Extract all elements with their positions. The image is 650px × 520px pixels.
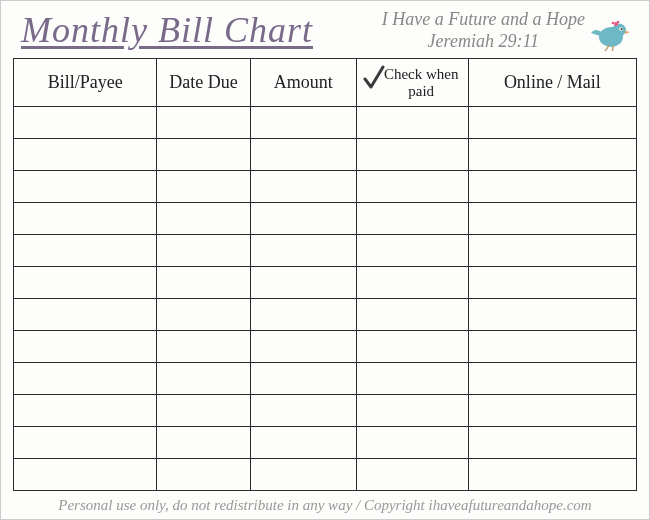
table-cell[interactable]: [468, 267, 636, 299]
table-cell[interactable]: [14, 107, 157, 139]
table-cell[interactable]: [250, 107, 356, 139]
table-row: [14, 235, 637, 267]
table-cell[interactable]: [157, 235, 250, 267]
table-row: [14, 363, 637, 395]
header: Monthly Bill Chart I Have a Future and a…: [13, 9, 637, 52]
table-cell[interactable]: [356, 203, 468, 235]
table-row: [14, 171, 637, 203]
svg-point-5: [612, 22, 615, 25]
table-cell[interactable]: [356, 299, 468, 331]
table-cell[interactable]: [356, 331, 468, 363]
table-cell[interactable]: [356, 395, 468, 427]
bill-table: Bill/Payee Date Due Amount Check when pa…: [13, 58, 637, 491]
table-row: [14, 427, 637, 459]
table-cell[interactable]: [250, 203, 356, 235]
table-row: [14, 459, 637, 491]
table-body: [14, 107, 637, 491]
col-amount: Amount: [250, 59, 356, 107]
table-cell[interactable]: [14, 299, 157, 331]
table-cell[interactable]: [356, 267, 468, 299]
scripture-text: I Have a Future and a Hope Jeremiah 29:1…: [382, 9, 585, 52]
footer-text: Personal use only, do not redistribute i…: [13, 497, 637, 514]
table-cell[interactable]: [14, 267, 157, 299]
table-row: [14, 107, 637, 139]
col-bill-payee: Bill/Payee: [14, 59, 157, 107]
table-cell[interactable]: [250, 395, 356, 427]
table-cell[interactable]: [157, 459, 250, 491]
table-cell[interactable]: [468, 395, 636, 427]
table-row: [14, 395, 637, 427]
table-cell[interactable]: [157, 395, 250, 427]
table-row: [14, 299, 637, 331]
table-row: [14, 331, 637, 363]
table-cell[interactable]: [468, 363, 636, 395]
table-cell[interactable]: [356, 171, 468, 203]
table-row: [14, 139, 637, 171]
col-check-paid-label: Check when paid: [379, 66, 464, 99]
bird-icon: [589, 15, 631, 55]
table-cell[interactable]: [250, 427, 356, 459]
table-row: [14, 267, 637, 299]
table-cell[interactable]: [14, 427, 157, 459]
table-cell[interactable]: [468, 459, 636, 491]
table-cell[interactable]: [468, 331, 636, 363]
table-cell[interactable]: [14, 203, 157, 235]
table-cell[interactable]: [356, 139, 468, 171]
table-cell[interactable]: [14, 363, 157, 395]
table-cell[interactable]: [468, 235, 636, 267]
table-cell[interactable]: [250, 459, 356, 491]
scripture-line2: Jeremiah 29:11: [382, 31, 585, 53]
table-cell[interactable]: [250, 267, 356, 299]
table-cell[interactable]: [157, 203, 250, 235]
table-cell[interactable]: [14, 235, 157, 267]
table-cell[interactable]: [356, 107, 468, 139]
table-cell[interactable]: [356, 459, 468, 491]
table-cell[interactable]: [468, 299, 636, 331]
table-header-row: Bill/Payee Date Due Amount Check when pa…: [14, 59, 637, 107]
table-cell[interactable]: [157, 139, 250, 171]
table-cell[interactable]: [14, 395, 157, 427]
checkmark-icon: [363, 65, 385, 91]
table-cell[interactable]: [356, 235, 468, 267]
table-cell[interactable]: [157, 171, 250, 203]
table-cell[interactable]: [468, 171, 636, 203]
table-cell[interactable]: [468, 139, 636, 171]
svg-point-1: [612, 24, 626, 37]
table-cell[interactable]: [14, 331, 157, 363]
table-cell[interactable]: [356, 363, 468, 395]
table-cell[interactable]: [250, 363, 356, 395]
col-check-paid: Check when paid: [356, 59, 468, 107]
col-online-mail: Online / Mail: [468, 59, 636, 107]
table-cell[interactable]: [468, 203, 636, 235]
table-cell[interactable]: [250, 171, 356, 203]
table-cell[interactable]: [468, 427, 636, 459]
col-date-due: Date Due: [157, 59, 250, 107]
table-cell[interactable]: [14, 459, 157, 491]
table-cell[interactable]: [356, 427, 468, 459]
table-cell[interactable]: [157, 267, 250, 299]
table-cell[interactable]: [250, 235, 356, 267]
table-row: [14, 203, 637, 235]
table-cell[interactable]: [157, 107, 250, 139]
table-cell[interactable]: [157, 331, 250, 363]
scripture-line1: I Have a Future and a Hope: [382, 9, 585, 31]
table-cell[interactable]: [157, 363, 250, 395]
svg-point-3: [621, 28, 623, 30]
svg-point-6: [617, 21, 620, 24]
table-cell[interactable]: [14, 171, 157, 203]
table-cell[interactable]: [250, 139, 356, 171]
table-cell[interactable]: [468, 107, 636, 139]
table-cell[interactable]: [157, 299, 250, 331]
table-cell[interactable]: [14, 139, 157, 171]
page-title: Monthly Bill Chart: [21, 9, 313, 51]
table-cell[interactable]: [157, 427, 250, 459]
table-cell[interactable]: [250, 331, 356, 363]
table-cell[interactable]: [250, 299, 356, 331]
